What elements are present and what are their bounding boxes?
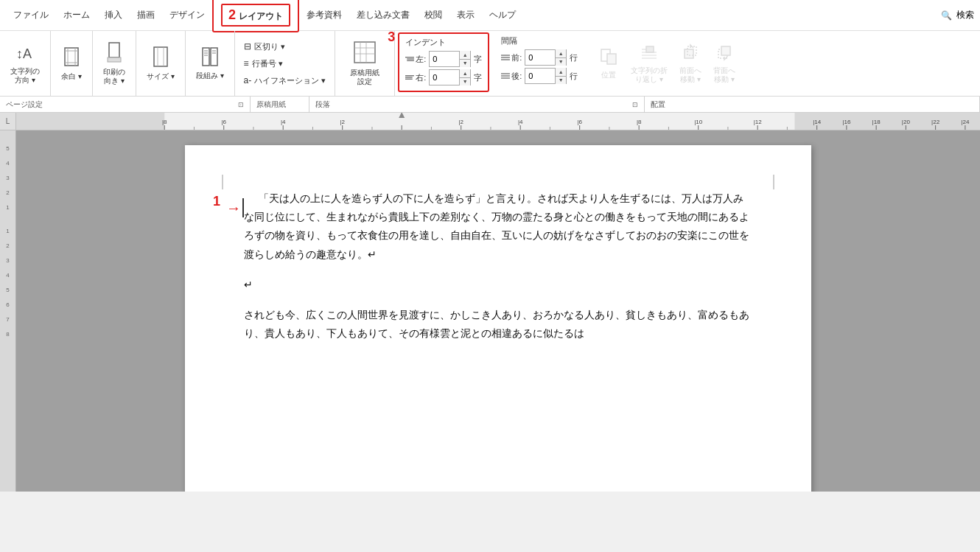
v-ruler-1: 1 (0, 204, 15, 219)
margin-icon (63, 46, 80, 71)
menu-file[interactable]: ファイル (6, 4, 56, 26)
bring-forward-btn[interactable]: 前面へ移動 ▾ (673, 34, 707, 93)
menu-home[interactable]: ホーム (56, 4, 97, 26)
svg-text:|10: |10 (694, 119, 703, 125)
text-wrap-btn[interactable]: 文字列の折り返し ▾ (625, 34, 673, 93)
position-btn[interactable]: 位置 (592, 34, 625, 93)
margin-indicator-top-left (222, 175, 223, 189)
indent-left-unit: 字 (474, 54, 482, 65)
indent-left-row: 左: ▲ ▼ 字 (405, 51, 482, 67)
v-ruler-n5: 5 (0, 287, 15, 301)
spacing-after-input[interactable] (525, 70, 555, 82)
indent-left-input-wrap: ▲ ▼ (429, 51, 471, 67)
indent-right-input[interactable] (430, 71, 459, 83)
document-area[interactable]: 1 → 「天は人の上に人を造らず人の下に人を造らず」と言えり。されば天より人を生… (16, 130, 980, 492)
svg-text:|6: |6 (221, 119, 226, 125)
search-label: 検索 (956, 9, 974, 21)
margin-btn[interactable]: 余白 ▾ (57, 43, 86, 84)
menu-draw[interactable]: 描画 (130, 4, 162, 26)
ribbon: ファイル ホーム 挿入 描画 デザイン 2レイアウト 参考資料 差し込み文書 校… (0, 0, 980, 113)
columns-btn[interactable]: 段組み ▾ (192, 43, 228, 83)
indent-left-down[interactable]: ▼ (460, 59, 470, 68)
toolbar-columns: 段組み ▾ (186, 31, 235, 96)
arrangement-group: 位置 文字列の折り返し ▾ 前面へ移動 ▾ 背面へ移動 ▾ (587, 31, 980, 96)
v-ruler-n3: 3 (0, 257, 15, 272)
paragraph-1: 「天は人の上に人を造らず人の下に人を造らず」と言えり。されば天より人を生ずるには… (244, 189, 752, 264)
annotation-arrow-area: → (226, 198, 244, 217)
send-back-btn[interactable]: 背面へ移動 ▾ (707, 34, 741, 93)
menu-layout[interactable]: 2レイアウト (212, 0, 299, 32)
v-ruler-3: 3 (0, 175, 15, 189)
margin-indicator-top-right (773, 175, 774, 189)
svg-rect-8 (154, 47, 167, 66)
menu-review[interactable]: 校閲 (417, 4, 449, 26)
annotation-num-1: 1 (213, 194, 220, 209)
annotation-1-area: 1 (213, 194, 220, 209)
v-ruler-4: 4 (0, 160, 15, 175)
page-content[interactable]: 「天は人の上に人を造らず人の下に人を造らず」と言えり。されば天より人を生ずるには… (244, 189, 752, 343)
hyphenation-btn[interactable]: a- ハイフネーション ▾ (241, 74, 329, 88)
spacing-group: 間隔 前: ▲ ▼ 行 後: (495, 32, 584, 94)
active-tab-box: 2レイアウト (221, 4, 290, 27)
text-wrap-label: 文字列の折り返し ▾ (631, 66, 668, 84)
indent-right-up[interactable]: ▲ (460, 69, 470, 77)
svg-text:|16: |16 (842, 119, 851, 125)
menu-references[interactable]: 参考資料 (299, 4, 349, 26)
svg-rect-45 (721, 46, 730, 55)
arrangement-footer-label: 配置 (651, 99, 665, 110)
orientation-btn[interactable]: 印刷の向き ▾ (99, 38, 130, 88)
line-numbers-btn[interactable]: ≡ 行番号 ▾ (241, 57, 286, 71)
toolbar-text-direction: ↕A 文字列の方向 ▾ (0, 31, 51, 96)
menu-bar: ファイル ホーム 挿入 描画 デザイン 2レイアウト 参考資料 差し込み文書 校… (0, 0, 980, 31)
svg-text:|8: |8 (162, 119, 167, 125)
vertical-ruler: 5 4 3 2 1 1 2 3 4 5 6 7 8 (0, 130, 16, 492)
spacing-after-down[interactable]: ▼ (556, 76, 566, 85)
spacing-before-down[interactable]: ▼ (556, 57, 566, 66)
text-direction-btn[interactable]: ↕A 文字列の方向 ▾ (6, 39, 44, 88)
v-ruler-n2: 2 (0, 242, 15, 257)
menu-help[interactable]: ヘルプ (482, 4, 523, 26)
indent-right-input-wrap: ▲ ▼ (429, 69, 471, 85)
menu-insert[interactable]: 挿入 (97, 4, 130, 26)
spacing-title: 間隔 (501, 35, 578, 46)
spacing-after-row: 後: ▲ ▼ 行 (501, 68, 578, 84)
indent-left-label: 左: (405, 54, 426, 65)
svg-text:↕A: ↕A (16, 46, 32, 61)
breaks-btn[interactable]: ⊟ 区切り ▾ (241, 40, 288, 54)
line-numbers-icon: ≡ (244, 58, 249, 69)
svg-text:|8: |8 (637, 119, 642, 125)
spacing-after-up[interactable]: ▲ (556, 68, 566, 76)
menu-design[interactable]: デザイン (162, 4, 212, 26)
manuscript-btn[interactable]: 原稿用紙設定 (346, 38, 384, 89)
indent-right-unit: 字 (474, 72, 482, 83)
spacing-before-up[interactable]: ▲ (556, 49, 566, 57)
para-footer: 段落 ⊡ (309, 97, 645, 112)
hyphenation-label: ハイフネーション ▾ (254, 75, 326, 86)
svg-text:|18: |18 (872, 119, 881, 125)
spacing-before-input[interactable] (525, 52, 555, 63)
menu-view[interactable]: 表示 (449, 4, 482, 26)
indent-left-spinner: ▲ ▼ (459, 51, 470, 67)
send-back-icon (715, 43, 733, 65)
size-btn[interactable]: サイズ ▾ (142, 43, 179, 84)
indent-group: インデント 左: ▲ ▼ 字 (398, 32, 489, 92)
svg-text:|2: |2 (340, 119, 345, 125)
para-expand[interactable]: ⊡ (632, 101, 638, 108)
v-ruler-n7: 7 (0, 316, 15, 331)
spacing-after-unit: 行 (570, 71, 578, 82)
indent-left-input[interactable] (430, 53, 459, 65)
page-setup-label: ページ設定 (6, 99, 43, 110)
menu-search-area: 🔍 検索 (941, 9, 974, 21)
breaks-label: 区切り ▾ (254, 41, 285, 52)
v-ruler-n4: 4 (0, 272, 15, 287)
manuscript-footer: 原稿用紙 (251, 97, 309, 112)
page-setup-expand[interactable]: ⊡ (238, 101, 244, 108)
menu-mailings[interactable]: 差し込み文書 (349, 4, 417, 26)
svg-rect-37 (646, 46, 654, 52)
indent-right-down[interactable]: ▼ (460, 77, 470, 86)
svg-text:|6: |6 (577, 119, 582, 125)
v-ruler-n1: 1 (0, 228, 15, 242)
toolbar-margin: 余白 ▾ (51, 31, 93, 96)
svg-text:|20: |20 (902, 119, 911, 125)
indent-left-up[interactable]: ▲ (460, 51, 470, 59)
